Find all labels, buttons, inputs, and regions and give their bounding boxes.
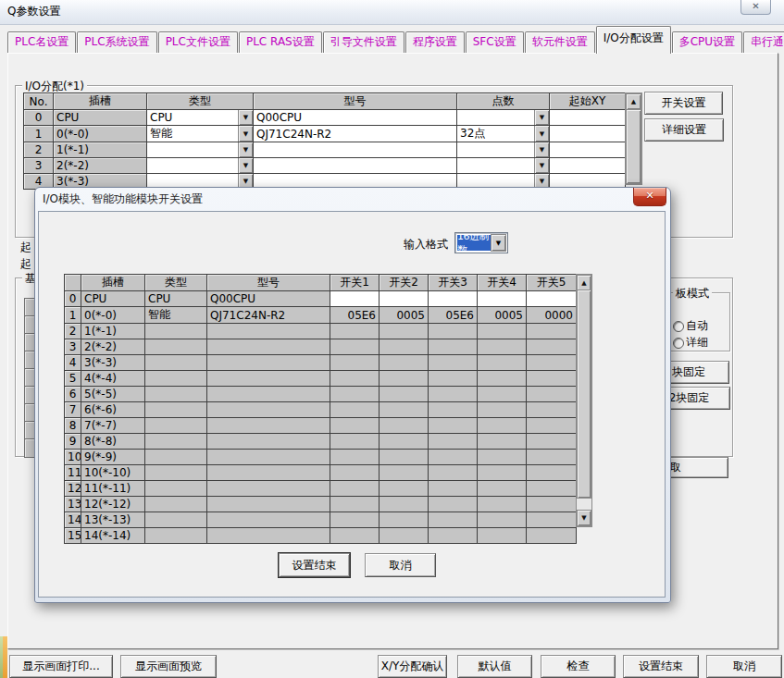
xy-assign-confirm-button[interactable]: X/Y分配确认 (378, 655, 447, 678)
switch5-cell[interactable] (527, 497, 577, 512)
tab[interactable]: PLC系统设置 (77, 31, 156, 54)
switch1-cell[interactable] (330, 371, 380, 387)
switch5-cell[interactable] (527, 512, 577, 528)
switch5-cell[interactable] (527, 387, 577, 402)
switch1-cell[interactable] (330, 418, 380, 434)
switch3-cell[interactable] (429, 387, 478, 402)
switch2-cell[interactable] (380, 339, 429, 355)
switch4-cell[interactable] (478, 465, 527, 481)
default-button[interactable]: 默认值 (457, 655, 532, 678)
cancel-button[interactable]: 取消 (706, 655, 782, 678)
dialog-ok-button[interactable]: 设置结束 (279, 553, 350, 577)
switch1-cell[interactable] (330, 355, 380, 371)
chevron-down-icon[interactable]: ▼ (534, 142, 549, 157)
switch5-cell[interactable] (527, 450, 577, 465)
dialog-cancel-button[interactable]: 取消 (365, 553, 436, 577)
switch4-cell[interactable] (478, 418, 527, 434)
switch3-cell[interactable] (429, 371, 478, 387)
points-combobox[interactable]: ▼ (457, 142, 550, 158)
switch1-cell[interactable] (330, 402, 380, 418)
switch1-cell[interactable] (330, 324, 380, 339)
chevron-down-icon[interactable]: ▼ (238, 142, 253, 157)
detail-setting-button[interactable]: 详细设置 (644, 118, 724, 142)
switch5-cell[interactable] (527, 481, 577, 497)
switch1-cell[interactable] (330, 528, 380, 544)
switch2-cell[interactable]: 0005 (380, 307, 429, 324)
points-combobox[interactable]: ▼ (457, 158, 550, 174)
check-button[interactable]: 检查 (541, 655, 616, 678)
tab[interactable]: 软元件设置 (525, 31, 595, 54)
switch4-cell[interactable] (478, 339, 527, 355)
switch2-cell[interactable] (380, 465, 429, 481)
switch2-cell[interactable] (380, 434, 429, 450)
scrollbar-thumb[interactable] (577, 290, 591, 499)
input-format-combobox[interactable]: 16进制数 ▼ (454, 232, 508, 253)
tab[interactable]: PLC RAS设置 (239, 31, 322, 54)
switch4-cell[interactable] (478, 434, 527, 450)
type-combobox[interactable]: CPU▼ (147, 110, 254, 126)
switch2-cell[interactable] (380, 497, 429, 512)
scroll-up-icon[interactable]: ▲ (626, 93, 641, 110)
switch5-cell[interactable] (527, 402, 577, 418)
switch2-cell[interactable] (380, 291, 429, 307)
model-cell[interactable]: QJ71C24N-R2 (254, 126, 457, 142)
switch4-cell[interactable] (478, 512, 527, 528)
switch3-cell[interactable] (429, 324, 478, 339)
type-combobox[interactable]: ▼ (147, 158, 254, 174)
chevron-down-icon[interactable]: ▼ (534, 158, 549, 173)
switch4-cell[interactable] (478, 497, 527, 512)
switch4-cell[interactable]: 0005 (478, 307, 527, 324)
switch3-cell[interactable] (429, 418, 478, 434)
switch5-cell[interactable] (527, 371, 577, 387)
switch5-cell[interactable] (527, 339, 577, 355)
switch-table-scrollbar[interactable]: ▲ ▼ (576, 274, 592, 527)
switch5-cell[interactable] (527, 434, 577, 450)
startxy-cell[interactable] (550, 126, 626, 142)
type-combobox[interactable]: ▼ (147, 142, 254, 158)
switch3-cell[interactable] (429, 291, 478, 307)
tab[interactable]: 程序设置 (405, 31, 465, 54)
settings-end-button[interactable]: 设置结束 (623, 655, 699, 678)
startxy-cell[interactable] (550, 110, 626, 126)
switch5-cell[interactable] (527, 355, 577, 371)
startxy-cell[interactable] (550, 142, 626, 158)
switch1-cell[interactable] (330, 291, 380, 307)
startxy-cell[interactable] (550, 158, 626, 174)
preview-screen-button[interactable]: 显示画面预览 (120, 655, 217, 678)
switch2-cell[interactable] (380, 387, 429, 402)
switch1-cell[interactable] (330, 450, 380, 465)
switch1-cell[interactable] (330, 497, 380, 512)
switch1-cell[interactable] (330, 512, 380, 528)
switch5-cell[interactable] (527, 465, 577, 481)
tab[interactable]: SFC设置 (466, 31, 524, 54)
switch4-cell[interactable] (478, 291, 527, 307)
switch3-cell[interactable] (429, 465, 478, 481)
chevron-down-icon[interactable]: ▼ (238, 158, 253, 173)
switch5-cell[interactable]: 0000 (527, 307, 577, 324)
switch1-cell[interactable] (330, 387, 380, 402)
switch5-cell[interactable] (527, 528, 577, 544)
switch4-cell[interactable] (478, 402, 527, 418)
chevron-down-icon[interactable]: ▼ (534, 110, 549, 125)
switch2-cell[interactable] (380, 324, 429, 339)
scroll-down-icon[interactable]: ▼ (577, 510, 591, 526)
tab[interactable]: 引导文件设置 (323, 31, 404, 54)
switch4-cell[interactable] (478, 355, 527, 371)
switch2-cell[interactable] (380, 512, 429, 528)
switch2-cell[interactable] (380, 355, 429, 371)
switch5-cell[interactable] (527, 418, 577, 434)
switch3-cell[interactable] (429, 355, 478, 371)
switch4-cell[interactable] (478, 387, 527, 402)
model-cell[interactable] (254, 142, 457, 158)
switch4-cell[interactable] (478, 481, 527, 497)
switch3-cell[interactable] (429, 434, 478, 450)
switch1-cell[interactable] (330, 465, 380, 481)
tab[interactable]: 多CPU设置 (672, 31, 742, 54)
switch3-cell[interactable] (429, 339, 478, 355)
switch2-cell[interactable] (380, 528, 429, 544)
switch5-cell[interactable] (527, 324, 577, 339)
switch2-cell[interactable] (380, 481, 429, 497)
switch1-cell[interactable]: 05E6 (330, 307, 380, 324)
switch3-cell[interactable] (429, 402, 478, 418)
switch-setting-button[interactable]: 开关设置 (644, 92, 723, 115)
